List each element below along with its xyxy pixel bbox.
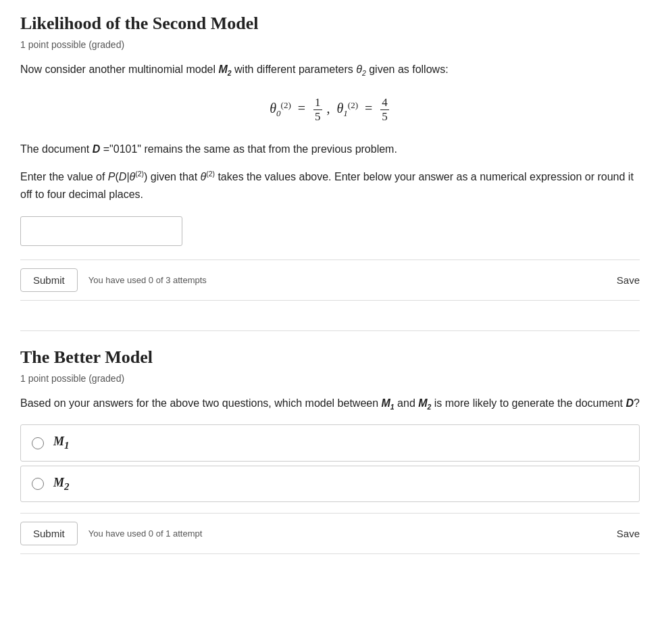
section1-points: 1 point possible (graded) [20, 39, 640, 50]
section1-submit-button[interactable]: Submit [20, 268, 78, 292]
answer-input[interactable] [20, 216, 182, 246]
radio-m1[interactable] [32, 437, 44, 449]
section1-save-button[interactable]: Save [617, 274, 640, 286]
section-likelihood: Likelihood of the Second Model 1 point p… [20, 14, 640, 314]
radio-m2[interactable] [32, 478, 44, 490]
section1-description1: Now consider another multinomial model M… [20, 61, 640, 80]
section2-save-button[interactable]: Save [617, 528, 640, 539]
section2-action-row: Submit You have used 0 of 1 attempt Save [20, 513, 640, 554]
section1-description2: The document D ="0101" remains the same … [20, 141, 640, 158]
option-m2-label: M2 [53, 476, 70, 493]
answer-input-row [20, 216, 640, 246]
section2-action-left: Submit You have used 0 of 1 attempt [20, 522, 202, 545]
option-m1[interactable]: M1 [20, 424, 640, 462]
option-m2[interactable]: M2 [20, 466, 640, 503]
section2-submit-button[interactable]: Submit [20, 522, 78, 545]
section-divider [20, 330, 640, 331]
section2-title: The Better Model [20, 347, 640, 368]
radio-options: M1 M2 [20, 424, 640, 502]
section2-points: 1 point possible (graded) [20, 373, 640, 384]
option-m1-label: M1 [53, 435, 70, 451]
section2-description: Based on your answers for the above two … [20, 395, 640, 414]
section-better-model: The Better Model 1 point possible (grade… [20, 347, 640, 568]
section2-attempts: You have used 0 of 1 attempt [88, 528, 203, 539]
section1-action-left: Submit You have used 0 of 3 attempts [20, 268, 207, 292]
section1-attempts: You have used 0 of 3 attempts [88, 275, 207, 285]
formula-display: θ0(2) = 1 5 , θ1(2) = 4 5 [20, 96, 640, 124]
section1-description3: Enter the value of P(D|θ(2)) given that … [20, 168, 640, 203]
section1-title: Likelihood of the Second Model [20, 14, 640, 34]
section1-action-row: Submit You have used 0 of 3 attempts Sav… [20, 259, 640, 301]
